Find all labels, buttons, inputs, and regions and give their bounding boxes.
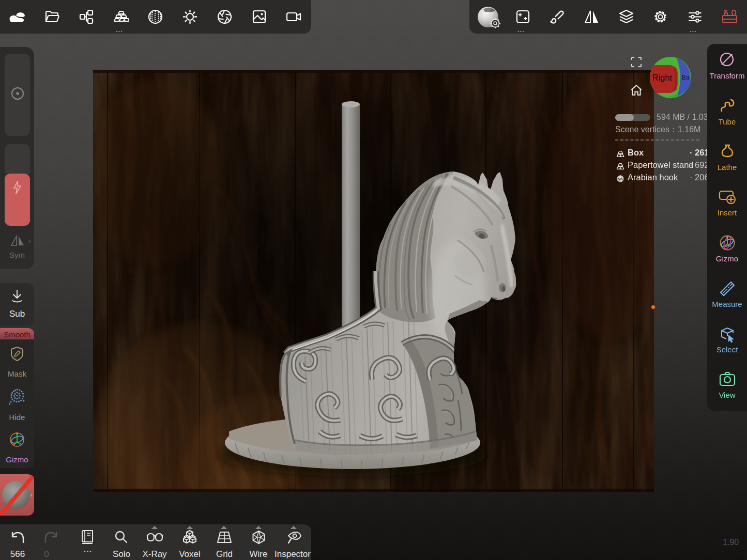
svg-text:Right: Right: [652, 73, 673, 82]
svg-text:Ba: Ba: [682, 74, 690, 81]
